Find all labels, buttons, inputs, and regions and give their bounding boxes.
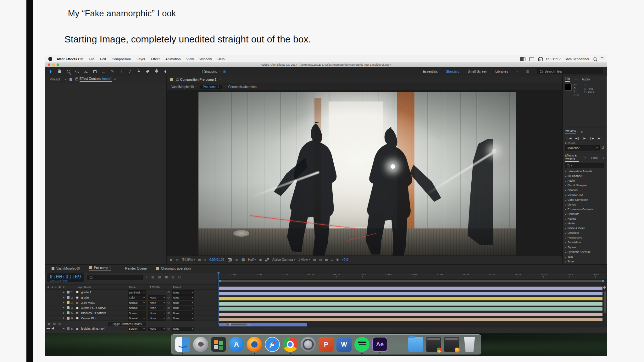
layer-color-swatch[interactable] (67, 306, 69, 309)
graph-editor-icon[interactable]: ▢ (178, 275, 181, 279)
tab-composition[interactable]: Composition Pre-comp 1 (180, 78, 217, 81)
timeline-button-icon[interactable]: ▦ (325, 258, 328, 261)
last-frame-button[interactable]: ▶❘ (598, 137, 602, 140)
parent-pickwhip-icon[interactable]: @ (167, 306, 172, 309)
dock-icon[interactable] (426, 337, 441, 352)
dock-icon[interactable] (444, 337, 459, 352)
hand-tool-icon[interactable] (57, 69, 62, 74)
menubar-item[interactable]: File (89, 57, 94, 61)
comp-marker-icon[interactable] (603, 286, 606, 289)
dock-icon[interactable]: W (336, 337, 352, 352)
panel-menu-icon[interactable]: ≡ (584, 156, 586, 159)
snapshot-icon[interactable] (227, 257, 232, 262)
layer-color-swatch[interactable] (67, 291, 69, 293)
transparency-grid-icon[interactable] (265, 258, 269, 261)
composition-viewer[interactable] (167, 90, 562, 255)
twirl-icon[interactable]: ▶ (63, 301, 67, 304)
snap-option2-icon[interactable]: ▣ (223, 70, 226, 73)
twirl-icon[interactable]: ▶ (63, 296, 67, 299)
twirl-icon[interactable]: ▶ (63, 317, 67, 319)
parent-pickwhip-icon[interactable]: @ (167, 317, 172, 320)
brush-tool-icon[interactable]: ╱ (128, 69, 132, 74)
effects-category[interactable]: Obsolete (565, 231, 604, 235)
blend-mode-dropdown[interactable]: Normal▾ (128, 301, 146, 304)
zoom-tool-icon[interactable] (66, 69, 71, 74)
menubar-user[interactable]: Sam Schoettner (564, 57, 589, 61)
twirl-icon[interactable]: ▶ (63, 291, 67, 293)
tab-audio[interactable]: Audio (582, 78, 590, 81)
viewer-timecode[interactable]: 0:00:01:09 (209, 258, 224, 261)
main-display-icon[interactable]: ▭ (175, 258, 178, 261)
breadcrumb-next[interactable]: Chromatic aberation (228, 85, 257, 89)
blend-mode-dropdown[interactable]: Screen▾ (128, 311, 146, 315)
menubar-item[interactable]: Composition (112, 57, 131, 61)
layer-duration-bar[interactable] (219, 292, 602, 295)
parent-pickwhip-icon[interactable]: @ (167, 291, 172, 293)
snapping-checkbox[interactable] (199, 70, 203, 73)
effects-category[interactable]: Distort (565, 202, 604, 207)
tab-info[interactable]: Info (565, 77, 570, 82)
parent-dropdown[interactable]: None▾ (172, 326, 194, 330)
trkmat-dropdown[interactable]: None▾ (148, 326, 166, 330)
motion-blur-icon[interactable]: ◎ (172, 275, 175, 279)
parent-pickwhip-icon[interactable]: @ (167, 311, 172, 314)
exposure-value[interactable]: +0.0 (342, 258, 348, 261)
layer-color-swatch[interactable] (67, 311, 69, 314)
trkmat-dropdown[interactable]: None▾ (148, 295, 166, 299)
current-time-display[interactable]: 0:00:01:09 00051 (23.976 fps) (47, 273, 84, 282)
flowchart-icon[interactable]: ⅄ (331, 258, 333, 261)
effects-category[interactable]: Text (565, 255, 604, 259)
menubar-item[interactable]: Effect (151, 57, 160, 61)
fast-previews-icon[interactable]: ⊡ (319, 258, 322, 261)
zoom-in-mountain-icon[interactable] (247, 323, 251, 326)
panel-chevron-icon[interactable]: ▸ (65, 78, 66, 81)
region-of-interest-icon[interactable]: ▱ (204, 258, 206, 261)
dock-icon[interactable] (462, 337, 477, 352)
selection-tool-icon[interactable] (48, 69, 53, 74)
layer-color-swatch[interactable] (67, 301, 69, 304)
layer-duration-bar[interactable] (219, 313, 602, 316)
effects-category[interactable]: 3D Channel (565, 174, 604, 178)
tab-project[interactable]: Project (50, 77, 60, 81)
exposure-gear-icon[interactable]: ✱ (336, 258, 339, 261)
camera-tool-icon[interactable] (84, 69, 88, 74)
menubar-clock[interactable]: Thu 11:17 (546, 57, 561, 61)
timeline-tab[interactable]: VashiMorphic40 (52, 266, 80, 270)
panel-menu-icon[interactable]: ≡ (220, 78, 221, 81)
notification-center-icon[interactable]: ☰ (600, 57, 604, 61)
clone-stamp-tool-icon[interactable]: ┻ (136, 69, 141, 74)
eye-toggle[interactable] (47, 327, 50, 330)
expand-transfer-controls-icon[interactable]: ▤ (53, 322, 56, 326)
menubar-item[interactable]: Help (217, 57, 225, 61)
effects-category[interactable]: Color Correction (565, 198, 604, 202)
layer-row[interactable]: ▶ 4 ■ 40mm Pr...s Curve Normal▾ None▾ (45, 305, 217, 311)
parent-dropdown[interactable]: None▾ (172, 301, 194, 304)
effects-category[interactable]: * Animation Presets (565, 169, 604, 174)
dock-icon[interactable] (390, 337, 405, 352)
panel-menu-icon[interactable]: ≡ (114, 78, 116, 81)
breadcrumb-active[interactable]: Pre-comp 1 (200, 85, 222, 89)
dock-icon[interactable]: Ae (372, 337, 387, 352)
timeline-search-field[interactable] (87, 275, 143, 280)
dock-icon[interactable]: A (229, 337, 244, 352)
toggle-switches-modes-button[interactable]: Toggle Switches / Modes (108, 322, 146, 326)
playhead[interactable] (219, 272, 219, 325)
timeline-vertical-scrollbar[interactable] (604, 291, 606, 313)
shortcut-dropdown[interactable]: Spacebar▾ (565, 145, 600, 151)
layer-duration-bar[interactable] (219, 307, 602, 311)
search-help-field[interactable]: Search Help (537, 69, 602, 74)
workspace-tab[interactable]: Small Screen (468, 69, 487, 73)
region-icon[interactable]: ▣ (259, 258, 262, 261)
layer-name[interactable]: grade 2 (81, 290, 128, 294)
effects-category[interactable]: Simulation (565, 240, 604, 245)
parent-dropdown[interactable]: None▾ (172, 306, 194, 310)
play-button[interactable]: ▶ (584, 137, 586, 140)
trkmat-dropdown[interactable]: None▾ (148, 306, 166, 310)
dock-icon[interactable] (193, 337, 208, 352)
menubar-item[interactable]: View (186, 57, 194, 61)
spotlight-search-icon[interactable] (593, 57, 597, 61)
expand-layer-switches-icon[interactable]: ▦ (48, 322, 51, 326)
layer-name[interactable]: Black/W...s pattern (81, 311, 128, 315)
frame-blending-icon[interactable]: ▩ (165, 275, 168, 279)
roto-brush-tool-icon[interactable] (154, 69, 159, 74)
